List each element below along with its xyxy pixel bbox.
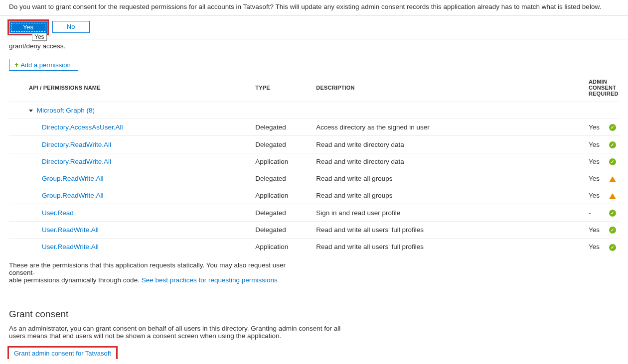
permission-description: Access directory as the signed in user (316, 119, 589, 136)
grant-consent-heading: Grant consent (9, 309, 619, 320)
permission-name-link[interactable]: Directory.ReadWrite.All (42, 158, 111, 165)
permission-status: Not granted for Tatva... (609, 187, 619, 204)
permission-status: Granted for Tatvasoft (609, 153, 619, 170)
api-group-label[interactable]: Microsoft Graph (8) (37, 107, 95, 114)
permission-row: Group.ReadWrite.AllDelegatedRead and wri… (9, 170, 619, 187)
warning-icon (609, 193, 616, 199)
add-permission-button[interactable]: +Add a permission (9, 59, 78, 71)
permission-type: Delegated (255, 221, 316, 238)
grant-consent-description: As an administrator, you can grant conse… (9, 325, 358, 340)
chevron-down-icon (29, 110, 33, 112)
truncated-text: grant/deny access. (9, 39, 619, 50)
col-type: TYPE (255, 74, 316, 102)
permission-name-link[interactable]: Group.ReadWrite.All (42, 175, 104, 182)
permission-name-link[interactable]: Directory.AccessAsUser.All (42, 123, 123, 131)
permission-type: Delegated (255, 204, 316, 221)
permission-description: Read and write all users' full profiles (316, 239, 589, 255)
yes-button[interactable]: Yes (9, 21, 47, 33)
permission-consent-required: Yes (589, 153, 609, 170)
permission-name-link[interactable]: Directory.ReadWrite.All (42, 141, 111, 148)
permission-status: Granted for Tatvasoft (609, 136, 619, 153)
permission-consent-required: Yes (589, 136, 609, 153)
permission-type: Application (255, 187, 316, 204)
plus-icon: + (14, 61, 18, 69)
add-permission-label: Add a permission (20, 61, 70, 69)
permission-consent-required: Yes (589, 239, 609, 255)
permission-consent-required: - (589, 204, 609, 221)
check-icon (609, 244, 616, 251)
permission-type: Application (255, 239, 316, 255)
permission-type: Delegated (255, 119, 316, 136)
permission-status: Granted for Tatvasoft (609, 221, 619, 238)
permissions-footer-note: These are the permissions that this appl… (9, 261, 308, 284)
permission-name-link[interactable]: User.ReadWrite.All (42, 243, 99, 250)
permission-row: User.ReadWrite.AllDelegatedRead and writ… (9, 221, 619, 238)
permission-row: Group.ReadWrite.AllApplicationRead and w… (9, 187, 619, 204)
permission-description: Read and write all groups (316, 170, 589, 187)
check-icon (609, 124, 616, 131)
confirm-button-row: Yes No Yes (0, 16, 628, 39)
permission-description: Read and write all groups (316, 187, 589, 204)
warning-icon (609, 176, 616, 182)
permission-consent-required: Yes (589, 187, 609, 204)
permission-status: Granted for Tatvasoft (609, 204, 619, 221)
permission-type: Application (255, 153, 316, 170)
permission-row: Directory.ReadWrite.AllApplicationRead a… (9, 153, 619, 170)
col-api-name: API / PERMISSIONS NAME (9, 74, 255, 102)
check-icon (609, 141, 616, 148)
permission-row: Directory.AccessAsUser.AllDelegatedAcces… (9, 119, 619, 136)
yes-tooltip: Yes (32, 33, 47, 41)
col-description: DESCRIPTION (316, 74, 589, 102)
consent-prompt: Do you want to grant consent for the req… (0, 0, 628, 16)
grant-admin-consent-button[interactable]: Grant admin consent for Tatvasoft (9, 348, 116, 359)
permission-status: Not granted for Tatva... (609, 170, 619, 187)
col-admin-consent: ADMIN CONSENT REQUIRED (589, 74, 619, 102)
permission-name-link[interactable]: Group.ReadWrite.All (42, 192, 104, 199)
permission-type: Delegated (255, 136, 316, 153)
permission-type: Delegated (255, 170, 316, 187)
permissions-table: API / PERMISSIONS NAME TYPE DESCRIPTION … (9, 74, 619, 255)
check-icon (609, 210, 616, 217)
permission-status: Granted for Tatvasoft (609, 119, 619, 136)
permission-description: Sign in and read user profile (316, 204, 589, 221)
permission-description: Read and write directory data (316, 136, 589, 153)
permission-row: User.ReadDelegatedSign in and read user … (9, 204, 619, 221)
check-icon (609, 158, 616, 165)
api-group-row[interactable]: Microsoft Graph (8) (9, 102, 619, 119)
permission-consent-required: Yes (589, 221, 609, 238)
permission-description: Read and write directory data (316, 153, 589, 170)
best-practices-link[interactable]: See best practices for requesting permis… (142, 276, 278, 284)
permission-consent-required: Yes (589, 170, 609, 187)
permission-name-link[interactable]: User.Read (42, 209, 74, 217)
permission-row: User.ReadWrite.AllApplicationRead and wr… (9, 239, 619, 255)
permission-name-link[interactable]: User.ReadWrite.All (42, 226, 99, 234)
permission-description: Read and write all users' full profiles (316, 221, 589, 238)
permission-consent-required: Yes (589, 119, 609, 136)
check-icon (609, 227, 616, 234)
no-button[interactable]: No (52, 21, 90, 33)
permission-status: Granted for Tatvasoft (609, 239, 619, 255)
permission-row: Directory.ReadWrite.AllDelegatedRead and… (9, 136, 619, 153)
